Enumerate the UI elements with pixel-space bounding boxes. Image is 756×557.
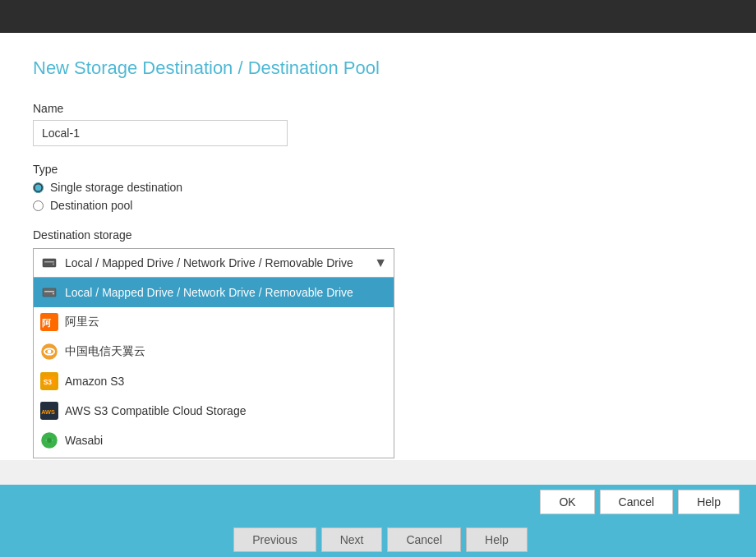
svg-point-5 bbox=[53, 293, 54, 295]
amazon-s3-label: Amazon S3 bbox=[65, 375, 124, 388]
top-bar bbox=[0, 0, 756, 33]
svg-rect-1 bbox=[44, 261, 54, 263]
svg-rect-3 bbox=[43, 288, 56, 297]
ok-button[interactable]: OK bbox=[540, 490, 594, 514]
svg-text:AWS: AWS bbox=[41, 408, 55, 416]
radio-pool[interactable]: Destination pool bbox=[33, 199, 723, 212]
type-group: Type Single storage destination Destinat… bbox=[33, 163, 723, 212]
tianyi-label: 中国电信天翼云 bbox=[65, 344, 145, 359]
bottom-bar-top-buttons: OK Cancel Help bbox=[0, 483, 756, 521]
local-icon bbox=[40, 283, 58, 302]
tianyi-icon bbox=[40, 343, 58, 361]
aliyun-icon: 阿 bbox=[40, 313, 58, 331]
svg-point-17 bbox=[47, 438, 52, 443]
cancel-button-top[interactable]: Cancel bbox=[600, 490, 674, 514]
name-input[interactable] bbox=[33, 120, 288, 146]
local-label: Local / Mapped Drive / Network Drive / R… bbox=[65, 286, 353, 299]
next-button[interactable]: Next bbox=[321, 527, 383, 552]
svg-text:S3: S3 bbox=[44, 378, 53, 386]
radio-single-label: Single storage destination bbox=[50, 181, 182, 194]
svg-text:阿: 阿 bbox=[42, 318, 52, 328]
help-button-bottom[interactable]: Help bbox=[466, 527, 528, 552]
radio-pool-input[interactable] bbox=[33, 200, 44, 211]
wasabi-icon bbox=[40, 431, 58, 449]
name-group: Name bbox=[33, 102, 723, 146]
bottom-bar-bottom-buttons: Previous Next Cancel Help bbox=[0, 521, 756, 557]
svg-point-10 bbox=[48, 350, 52, 354]
type-label: Type bbox=[33, 163, 723, 176]
dropdown-chevron-icon: ▼ bbox=[374, 255, 387, 270]
dropdown-item-aliyun[interactable]: 阿 阿里云 bbox=[34, 307, 394, 337]
cancel-button-bottom[interactable]: Cancel bbox=[387, 527, 461, 552]
aliyun-label: 阿里云 bbox=[65, 315, 99, 329]
selected-icon bbox=[40, 254, 58, 272]
aws-label: AWS S3 Compatible Cloud Storage bbox=[65, 404, 246, 417]
radio-group: Single storage destination Destination p… bbox=[33, 181, 723, 212]
page-title: New Storage Destination / Destination Po… bbox=[33, 58, 723, 79]
radio-pool-label: Destination pool bbox=[50, 199, 132, 212]
dropdown-item-wasabi[interactable]: Wasabi bbox=[34, 426, 394, 455]
dropdown-item-aws[interactable]: AWS AWS S3 Compatible Cloud Storage bbox=[34, 396, 394, 426]
destination-storage-group: Destination storage Local / Mapped Drive… bbox=[33, 228, 723, 278]
dropdown-selected-text: Local / Mapped Drive / Network Drive / R… bbox=[65, 256, 353, 269]
destination-storage-dropdown[interactable]: Local / Mapped Drive / Network Drive / R… bbox=[33, 248, 394, 278]
radio-single-input[interactable] bbox=[33, 182, 44, 193]
dropdown-selected-display[interactable]: Local / Mapped Drive / Network Drive / R… bbox=[33, 248, 394, 278]
amazon-s3-icon: S3 bbox=[40, 372, 58, 390]
name-label: Name bbox=[33, 102, 723, 115]
dropdown-item-local[interactable]: Local / Mapped Drive / Network Drive / R… bbox=[34, 278, 394, 307]
dropdown-list[interactable]: Local / Mapped Drive / Network Drive / R… bbox=[33, 278, 394, 458]
dropdown-item-tianyi[interactable]: 中国电信天翼云 bbox=[34, 337, 394, 366]
svg-rect-0 bbox=[43, 259, 56, 267]
wasabi-label: Wasabi bbox=[65, 434, 103, 447]
destination-storage-label: Destination storage bbox=[33, 228, 723, 242]
previous-button[interactable]: Previous bbox=[233, 527, 316, 552]
svg-point-2 bbox=[53, 264, 54, 265]
svg-rect-4 bbox=[44, 291, 54, 292]
radio-single[interactable]: Single storage destination bbox=[33, 181, 723, 194]
dropdown-item-amazon-s3[interactable]: S3 Amazon S3 bbox=[34, 366, 394, 396]
aws-icon: AWS bbox=[40, 402, 58, 420]
help-button-top[interactable]: Help bbox=[678, 490, 740, 514]
dropdown-item-backblaze[interactable]: Backblaze bbox=[34, 455, 394, 458]
main-content: New Storage Destination / Destination Po… bbox=[0, 33, 756, 460]
bottom-bar: OK Cancel Help Previous Next Cancel Help bbox=[0, 485, 756, 557]
